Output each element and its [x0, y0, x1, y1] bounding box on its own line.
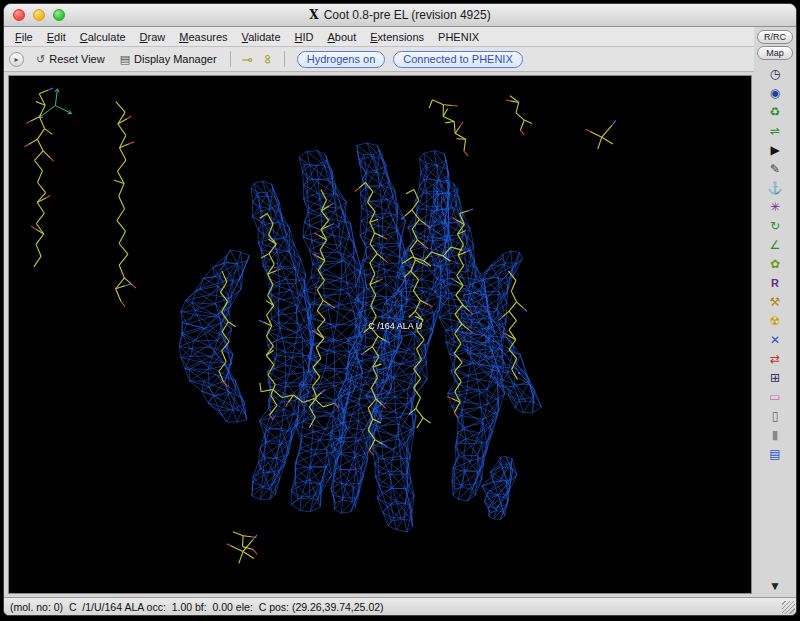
menu-item-draw[interactable]: Draw [133, 31, 173, 43]
display-manager-icon: ▤ [120, 53, 130, 66]
menu-item-edit[interactable]: Edit [40, 31, 73, 43]
blue-cross-icon[interactable]: ✕ [766, 332, 784, 348]
window-title: Coot 0.8-pre EL (revision 4925) [324, 8, 491, 22]
menu-item-validate[interactable]: Validate [235, 31, 288, 43]
toolbar-separator [230, 51, 231, 67]
zoom-button[interactable] [53, 9, 65, 21]
phenix-connection-button[interactable]: Connected to PHENIX [393, 51, 522, 68]
flower-icon[interactable]: ✿ [766, 256, 784, 272]
asterisk-icon[interactable]: ✳ [766, 199, 784, 215]
angle-icon[interactable]: ∠ [766, 237, 784, 253]
title-bar[interactable]: X Coot 0.8-pre EL (revision 4925) [4, 4, 796, 27]
reset-view-button[interactable]: ↺ Reset View [30, 51, 111, 68]
display-manager-label: Display Manager [134, 53, 217, 65]
menu-item-file[interactable]: File [8, 31, 40, 43]
traffic-lights [13, 9, 65, 21]
stereo-mode-icon[interactable]: ∞ [261, 50, 276, 67]
menu-item-calculate[interactable]: Calculate [73, 31, 133, 43]
loop-arrow-icon[interactable]: ↻ [766, 218, 784, 234]
rgb-display-icon[interactable]: ▤ [766, 446, 784, 462]
close-button[interactable] [13, 9, 25, 21]
swap-arrows-icon[interactable]: ⇄ [766, 351, 784, 367]
menu-item-about[interactable]: About [321, 31, 364, 43]
toolbar: ▸ ↺ Reset View ▤ Display Manager ⊸ ∞ Hyd… [4, 47, 754, 72]
hydrogens-toggle-button[interactable]: Hydrogens on [297, 51, 386, 68]
cylinder-icon[interactable]: ▮ [766, 427, 784, 443]
x11-icon: X [309, 8, 318, 22]
menu-item-measures[interactable]: Measures [172, 31, 234, 43]
main-column: File Edit Calculate Draw Measures Valida… [4, 27, 754, 597]
side-toolbar: R/RC Map ◷ ◉ ♻ ⇌ ▶ ✎ ⚓ ✳ ↻ ∠ ✿ R ⚒ ☢ ✕ ⇄… [754, 27, 796, 597]
window-title-area: X Coot 0.8-pre EL (revision 4925) [4, 8, 796, 22]
menu-item-hid[interactable]: HID [288, 31, 321, 43]
play-icon[interactable]: ▶ [766, 142, 784, 158]
trash-icon[interactable]: ▯ [766, 408, 784, 424]
coot-window: X Coot 0.8-pre EL (revision 4925) File E… [3, 3, 797, 616]
map-button[interactable]: Map [757, 46, 793, 60]
viewport-frame: C /164 ALA U [8, 75, 752, 594]
window-body: File Edit Calculate Draw Measures Valida… [4, 27, 796, 597]
atom-label: C /164 ALA U [368, 321, 422, 331]
molecular-viewport[interactable] [9, 76, 751, 593]
letter-r-icon[interactable]: R [766, 275, 784, 291]
minimize-button[interactable] [33, 9, 45, 21]
hammers-icon[interactable]: ⚒ [766, 294, 784, 310]
eraser-icon[interactable]: ▭ [766, 389, 784, 405]
go-to-atom-icon[interactable]: ⊸ [238, 52, 257, 67]
plus-box-icon[interactable]: ⊞ [766, 370, 784, 386]
sphere-icon[interactable]: ◉ [766, 85, 784, 101]
menu-item-phenix[interactable]: PHENIX [431, 31, 486, 43]
equilibrium-icon[interactable]: ⇌ [766, 123, 784, 139]
recycle-icon[interactable]: ♻ [766, 104, 784, 120]
resize-grip[interactable] [782, 601, 795, 614]
clock-icon[interactable]: ◷ [766, 66, 784, 82]
reset-view-label: Reset View [49, 53, 104, 65]
scroll-down-icon[interactable]: ▼ [766, 578, 784, 594]
modelling-icon-strip: ◷ ◉ ♻ ⇌ ▶ ✎ ⚓ ✳ ↻ ∠ ✿ R ⚒ ☢ ✕ ⇄ ⊞ ▭ ▯ ▮ [766, 66, 784, 578]
menu-bar: File Edit Calculate Draw Measures Valida… [4, 27, 754, 47]
status-text: (mol. no: 0) C /1/U/164 ALA occ: 1.00 bf… [4, 601, 384, 613]
toolbar-separator [284, 51, 285, 67]
reset-view-icon: ↺ [36, 53, 45, 66]
rrc-button[interactable]: R/RC [757, 30, 793, 44]
toolbar-overflow-button[interactable]: ▸ [9, 52, 24, 67]
display-manager-button[interactable]: ▤ Display Manager [114, 51, 223, 68]
status-bar: (mol. no: 0) C /1/U/164 ALA occ: 1.00 bf… [4, 597, 796, 615]
pencil-icon[interactable]: ✎ [766, 161, 784, 177]
radiation-icon[interactable]: ☢ [766, 313, 784, 329]
menu-item-extensions[interactable]: Extensions [363, 31, 431, 43]
anchor-icon[interactable]: ⚓ [766, 180, 784, 196]
